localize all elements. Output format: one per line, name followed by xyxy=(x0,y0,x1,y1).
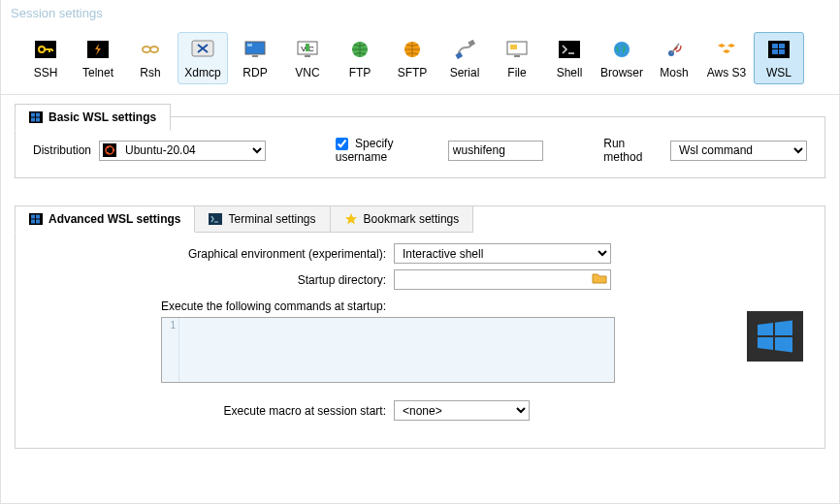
session-type-label: Telnet xyxy=(82,66,113,79)
key-icon xyxy=(32,39,59,60)
session-type-xdmcp[interactable]: Xdmcp xyxy=(178,32,228,84)
windows-icon xyxy=(765,39,792,60)
svg-point-36 xyxy=(107,145,110,148)
basic-settings-panel: Basic WSL settings Distribution Ubuntu-2… xyxy=(15,116,825,178)
macro-select[interactable]: <none> xyxy=(394,400,530,421)
startup-dir-field[interactable] xyxy=(394,269,611,290)
svg-marker-46 xyxy=(758,337,773,350)
session-type-awss3[interactable]: Aws S3 xyxy=(701,32,752,84)
satellite-icon xyxy=(661,39,688,60)
graphical-env-label: Graphical environment (experimental): xyxy=(16,247,394,261)
session-type-serial[interactable]: Serial xyxy=(439,32,490,84)
svg-rect-16 xyxy=(468,40,475,47)
session-type-telnet[interactable]: Telnet xyxy=(73,32,123,84)
globe-orange-icon xyxy=(399,39,426,60)
session-type-label: Shell xyxy=(557,66,583,79)
specify-username-input[interactable] xyxy=(336,138,348,150)
svg-rect-20 xyxy=(559,41,580,58)
xserver-icon xyxy=(189,39,216,60)
session-type-wsl[interactable]: WSL xyxy=(754,32,804,84)
monitor-icon xyxy=(242,39,269,60)
svg-rect-11 xyxy=(306,44,309,51)
run-method-select[interactable]: Wsl command xyxy=(670,141,807,161)
specify-username-checkbox[interactable]: Specify username xyxy=(336,137,440,164)
username-field[interactable] xyxy=(448,141,543,161)
session-type-mosh[interactable]: Mosh xyxy=(649,32,699,84)
session-type-browser[interactable]: Browser xyxy=(597,32,647,84)
session-type-rdp[interactable]: RDP xyxy=(230,32,280,84)
tab-terminal-settings[interactable]: Terminal settings xyxy=(194,205,330,233)
svg-rect-31 xyxy=(31,118,35,122)
startup-dir-label: Startup directory: xyxy=(16,273,394,287)
session-type-label: WSL xyxy=(766,66,792,79)
lightning-icon xyxy=(84,39,112,60)
basic-tab-label: Basic WSL settings xyxy=(48,110,156,124)
session-type-label: File xyxy=(507,66,526,79)
svg-marker-47 xyxy=(775,337,792,353)
globe-green-icon xyxy=(346,39,373,60)
session-type-sftp[interactable]: SFTP xyxy=(387,32,437,84)
svg-rect-27 xyxy=(779,49,785,54)
link-icon xyxy=(137,39,164,60)
advanced-tabs: Advanced WSL settings Terminal settings … xyxy=(15,205,472,233)
basic-settings-tab: Basic WSL settings xyxy=(15,104,171,131)
svg-rect-29 xyxy=(31,113,35,117)
star-icon xyxy=(344,212,358,226)
session-type-vnc[interactable]: V C VNC xyxy=(282,32,333,84)
session-type-label: VNC xyxy=(295,66,319,79)
startup-commands-editor[interactable]: 1 xyxy=(161,317,615,383)
window-title: Session settings xyxy=(1,0,839,24)
ubuntu-icon xyxy=(103,143,116,157)
tab-label: Advanced WSL settings xyxy=(48,212,180,226)
svg-point-35 xyxy=(113,148,115,151)
session-type-label: Xdmcp xyxy=(184,66,220,79)
vnc-icon: V C xyxy=(294,39,321,60)
svg-point-21 xyxy=(614,42,630,57)
session-type-rsh[interactable]: Rsh xyxy=(125,32,176,84)
svg-rect-25 xyxy=(779,44,785,48)
distribution-select[interactable]: Ubuntu-20.04 xyxy=(99,141,266,161)
session-type-file[interactable]: File xyxy=(492,32,542,84)
globe-blue-icon xyxy=(608,39,635,60)
graphical-env-select[interactable]: Interactive shell xyxy=(394,243,611,264)
session-type-ftp[interactable]: FTP xyxy=(335,32,385,84)
session-type-label: Rsh xyxy=(140,66,160,79)
svg-rect-32 xyxy=(36,118,40,122)
svg-rect-43 xyxy=(209,213,222,225)
svg-rect-7 xyxy=(252,55,258,57)
session-type-label: RDP xyxy=(242,66,267,79)
svg-marker-44 xyxy=(758,323,773,335)
svg-rect-6 xyxy=(245,42,265,54)
session-type-ssh[interactable]: SSH xyxy=(20,32,71,84)
svg-rect-19 xyxy=(514,55,520,57)
svg-rect-24 xyxy=(772,44,778,48)
session-type-label: Mosh xyxy=(660,66,688,79)
svg-rect-26 xyxy=(772,49,778,54)
terminal-icon xyxy=(556,39,583,60)
svg-rect-12 xyxy=(305,55,310,57)
svg-rect-8 xyxy=(247,44,252,47)
file-monitor-icon xyxy=(503,39,531,60)
windows-small-icon xyxy=(29,213,43,225)
startup-commands-label: Execute the following commands at startu… xyxy=(161,299,824,313)
svg-marker-45 xyxy=(775,321,792,336)
serial-cable-icon xyxy=(451,39,478,60)
tab-bookmark-settings[interactable]: Bookmark settings xyxy=(330,205,474,233)
session-type-shell[interactable]: Shell xyxy=(544,32,595,84)
svg-point-37 xyxy=(107,151,110,154)
svg-rect-41 xyxy=(31,220,35,224)
folder-icon[interactable] xyxy=(592,271,607,285)
session-type-label: Browser xyxy=(600,66,643,79)
windows-small-icon xyxy=(29,111,43,123)
session-type-label: Serial xyxy=(450,66,480,79)
run-method-label: Run method xyxy=(603,137,662,164)
svg-rect-39 xyxy=(31,215,35,219)
session-type-toolbar: SSH Telnet Rsh Xdmcp RDP V C VNC FTP xyxy=(1,24,839,95)
advanced-settings-panel: Advanced WSL settings Terminal settings … xyxy=(15,205,825,449)
tab-label: Terminal settings xyxy=(228,212,315,226)
svg-rect-18 xyxy=(510,45,517,49)
distribution-label: Distribution xyxy=(33,143,91,157)
session-type-label: SSH xyxy=(34,66,58,79)
terminal-small-icon xyxy=(209,213,222,225)
tab-advanced-wsl[interactable]: Advanced WSL settings xyxy=(15,205,195,233)
